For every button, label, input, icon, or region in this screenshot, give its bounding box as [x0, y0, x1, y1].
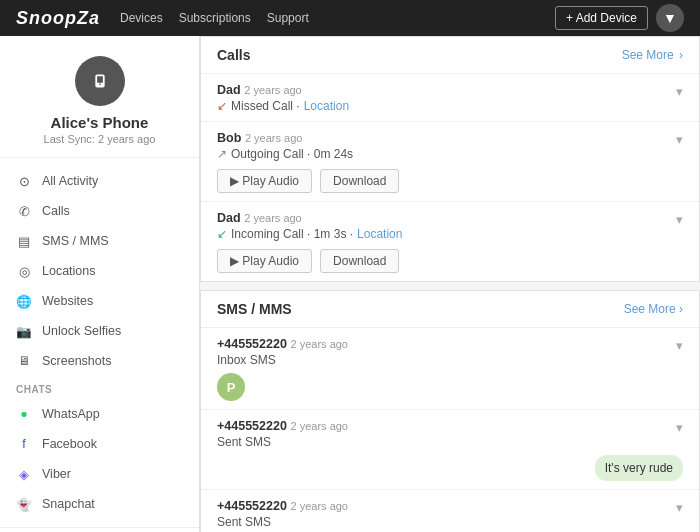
sms-chevron-icon: ▾ — [676, 420, 683, 435]
sidebar-item-sms[interactable]: ▤ SMS / MMS — [0, 226, 199, 256]
sidebar-item-screenshots[interactable]: 🖥 Screenshots — [0, 346, 199, 376]
call-type-label: Missed Call · — [231, 99, 300, 113]
whatsapp-icon: ● — [16, 406, 32, 422]
device-avatar — [75, 56, 125, 106]
sms-entry-inbox: +445552220 2 years ago Inbox SMS P ▾ — [201, 328, 699, 410]
sidebar-item-label: Viber — [42, 467, 71, 481]
sms-info: +445552220 2 years ago Inbox SMS P — [217, 336, 348, 401]
sms-direction: Inbox SMS — [217, 353, 348, 367]
call-contact-name: Dad — [217, 83, 241, 97]
sms-time: 2 years ago — [291, 420, 348, 432]
nav-devices[interactable]: Devices — [120, 11, 163, 25]
sms-direction: Sent SMS — [217, 435, 683, 449]
user-account-icon[interactable]: ▼ — [656, 4, 684, 32]
sidebar-item-label: SMS / MMS — [42, 234, 109, 248]
call-time: 2 years ago — [245, 132, 302, 144]
call-detail: ↙ Incoming Call · 1m 3s · Location — [217, 227, 402, 241]
calls-icon: ✆ — [16, 203, 32, 219]
play-audio-button[interactable]: ▶ Play Audio — [217, 169, 312, 193]
selfies-icon: 📷 — [16, 323, 32, 339]
call-entry-dad-incoming: Dad 2 years ago ↙ Incoming Call · 1m 3s … — [201, 202, 699, 281]
add-device-button[interactable]: + Add Device — [555, 6, 648, 30]
sms-section-header: SMS / MMS See More › — [201, 291, 699, 328]
calls-section: Calls See More › Dad 2 years ago ↙ Misse… — [200, 36, 700, 282]
calls-section-header: Calls See More › — [201, 37, 699, 74]
sms-number: +445552220 — [217, 499, 287, 513]
calls-section-title: Calls — [217, 47, 250, 63]
sms-entry-sent-1: +445552220 2 years ago Sent SMS It's ver… — [201, 410, 699, 490]
sidebar-item-label: Calls — [42, 204, 70, 218]
nav-links: Devices Subscriptions Support — [120, 11, 309, 25]
main-content: Calls See More › Dad 2 years ago ↙ Misse… — [200, 36, 700, 532]
play-audio-button[interactable]: ▶ Play Audio — [217, 249, 312, 273]
sidebar-item-facebook[interactable]: f Facebook — [0, 429, 199, 459]
sidebar-item-viber[interactable]: ◈ Viber — [0, 459, 199, 489]
call-entry-header: Bob 2 years ago ↗ Outgoing Call · 0m 24s… — [217, 130, 683, 193]
device-name: Alice's Phone — [16, 114, 183, 131]
activity-icon: ⊙ — [16, 173, 32, 189]
call-entry-info: Dad 2 years ago ↙ Missed Call · Location — [217, 82, 349, 113]
sms-icon: ▤ — [16, 233, 32, 249]
call-location-link[interactable]: Location — [357, 227, 402, 241]
call-detail: ↙ Missed Call · Location — [217, 99, 349, 113]
sidebar-item-label: Screenshots — [42, 354, 111, 368]
sms-time: 2 years ago — [291, 500, 348, 512]
call-entry-bob-outgoing: Bob 2 years ago ↗ Outgoing Call · 0m 24s… — [201, 122, 699, 202]
websites-icon: 🌐 — [16, 293, 32, 309]
sms-time: 2 years ago — [291, 338, 348, 350]
sms-bubble: It's very rude — [595, 455, 683, 481]
sms-section: SMS / MMS See More › +445552220 2 years … — [200, 290, 700, 532]
call-chevron-icon: ▾ — [676, 212, 683, 227]
call-entry-header: Dad 2 years ago ↙ Missed Call · Location… — [217, 82, 683, 113]
download-button[interactable]: Download — [320, 169, 399, 193]
call-chevron-icon: ▾ — [676, 84, 683, 99]
sms-info: +445552220 2 years ago Sent SMS Your sho… — [217, 498, 683, 532]
sidebar-item-label: All Activity — [42, 174, 98, 188]
sidebar-item-label: Snapchat — [42, 497, 95, 511]
calls-see-more[interactable]: See More › — [622, 48, 683, 62]
screenshots-icon: 🖥 — [16, 353, 32, 369]
device-header: Alice's Phone Last Sync: 2 years ago — [0, 36, 199, 158]
sms-number: +445552220 — [217, 337, 287, 351]
sidebar-item-all-activity[interactable]: ⊙ All Activity — [0, 166, 199, 196]
audio-buttons: ▶ Play Audio Download — [217, 169, 399, 193]
sms-bubble-container: It's very rude — [217, 455, 683, 481]
sidebar-item-locations[interactable]: ◎ Locations — [0, 256, 199, 286]
call-time: 2 years ago — [244, 84, 301, 96]
download-button[interactable]: Download — [320, 249, 399, 273]
sidebar-item-label: WhatsApp — [42, 407, 100, 421]
brand-logo: SnoopZa — [16, 8, 100, 29]
sms-bubble: P — [217, 373, 245, 401]
sidebar-item-calls[interactable]: ✆ Calls — [0, 196, 199, 226]
sms-see-more[interactable]: See More › — [624, 302, 683, 316]
sms-chevron-icon: ▾ — [676, 338, 683, 353]
call-location-link[interactable]: Location — [304, 99, 349, 113]
sidebar-item-unlock-selfies[interactable]: 📷 Unlock Selfies — [0, 316, 199, 346]
app-info-panel: App PIN 4618 App Version 5.3.22 OS Andro… — [0, 527, 199, 532]
sms-chevron-icon: ▾ — [676, 500, 683, 515]
call-detail: ↗ Outgoing Call · 0m 24s — [217, 147, 399, 161]
viber-icon: ◈ — [16, 466, 32, 482]
sms-section-title: SMS / MMS — [217, 301, 292, 317]
call-entry-info: Bob 2 years ago ↗ Outgoing Call · 0m 24s… — [217, 130, 399, 193]
sidebar-item-label: Locations — [42, 264, 96, 278]
sidebar: Alice's Phone Last Sync: 2 years ago ⊙ A… — [0, 36, 200, 532]
sidebar-item-snapchat[interactable]: 👻 Snapchat — [0, 489, 199, 519]
sidebar-item-whatsapp[interactable]: ● WhatsApp — [0, 399, 199, 429]
nav-subscriptions[interactable]: Subscriptions — [179, 11, 251, 25]
top-navigation: SnoopZa Devices Subscriptions Support + … — [0, 0, 700, 36]
sms-entry-header: +445552220 2 years ago Sent SMS Your sho… — [217, 498, 683, 532]
sms-entry-header: +445552220 2 years ago Sent SMS It's ver… — [217, 418, 683, 481]
chats-section-label: CHATS — [0, 376, 199, 399]
app-layout: Alice's Phone Last Sync: 2 years ago ⊙ A… — [0, 36, 700, 532]
call-entry-dad-missed: Dad 2 years ago ↙ Missed Call · Location… — [201, 74, 699, 122]
sms-entry-sent-2: +445552220 2 years ago Sent SMS Your sho… — [201, 490, 699, 532]
sms-bubble-container: P — [217, 373, 348, 401]
sidebar-item-websites[interactable]: 🌐 Websites — [0, 286, 199, 316]
call-time: 2 years ago — [244, 212, 301, 224]
nav-support[interactable]: Support — [267, 11, 309, 25]
sms-info: +445552220 2 years ago Sent SMS It's ver… — [217, 418, 683, 481]
facebook-icon: f — [16, 436, 32, 452]
call-type-label: Incoming Call · 1m 3s · — [231, 227, 353, 241]
last-sync: Last Sync: 2 years ago — [16, 133, 183, 145]
